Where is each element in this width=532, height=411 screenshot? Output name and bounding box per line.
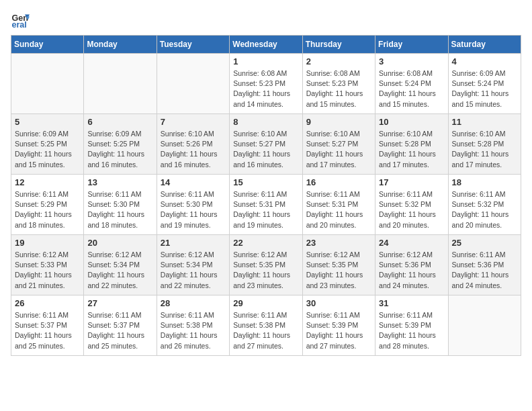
calendar-cell: 1Sunrise: 6:08 AMSunset: 5:23 PMDaylight… <box>230 54 302 114</box>
week-row-4: 19Sunrise: 6:12 AMSunset: 5:33 PMDayligh… <box>11 235 521 295</box>
calendar-cell <box>448 295 521 356</box>
column-header-tuesday: Tuesday <box>157 36 229 54</box>
calendar-cell: 25Sunrise: 6:11 AMSunset: 5:36 PMDayligh… <box>448 235 521 295</box>
day-number: 16 <box>306 177 371 187</box>
column-header-thursday: Thursday <box>302 36 375 54</box>
day-number: 30 <box>306 298 371 308</box>
day-info: Sunrise: 6:11 AMSunset: 5:39 PMDaylight:… <box>306 310 371 351</box>
day-info: Sunrise: 6:10 AMSunset: 5:27 PMDaylight:… <box>233 129 298 170</box>
day-number: 4 <box>452 56 517 66</box>
day-number: 2 <box>306 56 371 66</box>
day-info: Sunrise: 6:10 AMSunset: 5:28 PMDaylight:… <box>379 129 444 170</box>
day-info: Sunrise: 6:09 AMSunset: 5:25 PMDaylight:… <box>87 129 152 170</box>
day-number: 19 <box>15 238 80 248</box>
svg-text:eral: eral <box>11 20 26 30</box>
day-number: 21 <box>161 238 226 248</box>
calendar-cell: 10Sunrise: 6:10 AMSunset: 5:28 PMDayligh… <box>375 114 448 175</box>
calendar-cell <box>157 54 229 114</box>
calendar-cell: 6Sunrise: 6:09 AMSunset: 5:25 PMDaylight… <box>84 114 157 175</box>
day-number: 17 <box>379 177 444 187</box>
day-number: 13 <box>87 177 152 187</box>
calendar-cell: 2Sunrise: 6:08 AMSunset: 5:23 PMDaylight… <box>302 54 375 114</box>
calendar-cell: 5Sunrise: 6:09 AMSunset: 5:25 PMDaylight… <box>11 114 84 175</box>
calendar-header-row: SundayMondayTuesdayWednesdayThursdayFrid… <box>11 36 521 54</box>
day-number: 28 <box>161 298 226 308</box>
day-info: Sunrise: 6:11 AMSunset: 5:30 PMDaylight:… <box>87 189 152 230</box>
day-info: Sunrise: 6:11 AMSunset: 5:36 PMDaylight:… <box>452 250 517 291</box>
day-info: Sunrise: 6:12 AMSunset: 5:34 PMDaylight:… <box>161 250 226 291</box>
day-info: Sunrise: 6:11 AMSunset: 5:30 PMDaylight:… <box>161 189 226 230</box>
day-number: 6 <box>87 117 152 127</box>
day-number: 18 <box>452 177 517 187</box>
day-info: Sunrise: 6:12 AMSunset: 5:35 PMDaylight:… <box>233 250 298 291</box>
day-info: Sunrise: 6:11 AMSunset: 5:38 PMDaylight:… <box>233 310 298 351</box>
week-row-1: 1Sunrise: 6:08 AMSunset: 5:23 PMDaylight… <box>11 54 521 114</box>
day-info: Sunrise: 6:10 AMSunset: 5:27 PMDaylight:… <box>306 129 371 170</box>
day-info: Sunrise: 6:11 AMSunset: 5:39 PMDaylight:… <box>379 310 444 351</box>
day-number: 11 <box>452 117 517 127</box>
day-number: 7 <box>161 117 226 127</box>
calendar-cell <box>11 54 84 114</box>
day-number: 12 <box>15 177 80 187</box>
calendar-cell: 8Sunrise: 6:10 AMSunset: 5:27 PMDaylight… <box>230 114 302 175</box>
day-info: Sunrise: 6:12 AMSunset: 5:33 PMDaylight:… <box>15 250 80 291</box>
day-info: Sunrise: 6:08 AMSunset: 5:23 PMDaylight:… <box>233 68 298 109</box>
calendar-cell: 28Sunrise: 6:11 AMSunset: 5:38 PMDayligh… <box>157 295 229 356</box>
column-header-wednesday: Wednesday <box>230 36 302 54</box>
logo-icon: Gen eral <box>11 11 30 30</box>
calendar-cell: 20Sunrise: 6:12 AMSunset: 5:34 PMDayligh… <box>84 235 157 295</box>
column-header-saturday: Saturday <box>448 36 521 54</box>
calendar-cell: 21Sunrise: 6:12 AMSunset: 5:34 PMDayligh… <box>157 235 229 295</box>
day-number: 26 <box>15 298 80 308</box>
calendar-cell: 24Sunrise: 6:12 AMSunset: 5:36 PMDayligh… <box>375 235 448 295</box>
calendar-cell: 23Sunrise: 6:12 AMSunset: 5:35 PMDayligh… <box>302 235 375 295</box>
day-number: 22 <box>233 238 298 248</box>
calendar-cell: 26Sunrise: 6:11 AMSunset: 5:37 PMDayligh… <box>11 295 84 356</box>
day-number: 9 <box>306 117 371 127</box>
day-number: 15 <box>233 177 298 187</box>
day-number: 23 <box>306 238 371 248</box>
calendar-cell: 4Sunrise: 6:09 AMSunset: 5:24 PMDaylight… <box>448 54 521 114</box>
calendar-cell: 15Sunrise: 6:11 AMSunset: 5:31 PMDayligh… <box>230 175 302 235</box>
calendar-cell: 13Sunrise: 6:11 AMSunset: 5:30 PMDayligh… <box>84 175 157 235</box>
day-number: 29 <box>233 298 298 308</box>
day-number: 8 <box>233 117 298 127</box>
header: Gen eral <box>11 11 521 30</box>
day-info: Sunrise: 6:10 AMSunset: 5:26 PMDaylight:… <box>161 129 226 170</box>
calendar-cell: 16Sunrise: 6:11 AMSunset: 5:31 PMDayligh… <box>302 175 375 235</box>
day-info: Sunrise: 6:11 AMSunset: 5:32 PMDaylight:… <box>452 189 517 230</box>
calendar-cell <box>84 54 157 114</box>
day-number: 5 <box>15 117 80 127</box>
calendar-cell: 18Sunrise: 6:11 AMSunset: 5:32 PMDayligh… <box>448 175 521 235</box>
day-number: 24 <box>379 238 444 248</box>
day-number: 3 <box>379 56 444 66</box>
day-number: 31 <box>379 298 444 308</box>
column-header-friday: Friday <box>375 36 448 54</box>
day-info: Sunrise: 6:08 AMSunset: 5:23 PMDaylight:… <box>306 68 371 109</box>
calendar-cell: 27Sunrise: 6:11 AMSunset: 5:37 PMDayligh… <box>84 295 157 356</box>
day-info: Sunrise: 6:11 AMSunset: 5:37 PMDaylight:… <box>87 310 152 351</box>
week-row-3: 12Sunrise: 6:11 AMSunset: 5:29 PMDayligh… <box>11 175 521 235</box>
day-info: Sunrise: 6:11 AMSunset: 5:37 PMDaylight:… <box>15 310 80 351</box>
day-info: Sunrise: 6:11 AMSunset: 5:31 PMDaylight:… <box>233 189 298 230</box>
day-number: 27 <box>87 298 152 308</box>
day-info: Sunrise: 6:10 AMSunset: 5:28 PMDaylight:… <box>452 129 517 170</box>
day-info: Sunrise: 6:12 AMSunset: 5:35 PMDaylight:… <box>306 250 371 291</box>
day-info: Sunrise: 6:11 AMSunset: 5:32 PMDaylight:… <box>379 189 444 230</box>
calendar-table: SundayMondayTuesdayWednesdayThursdayFrid… <box>11 35 521 356</box>
calendar-cell: 22Sunrise: 6:12 AMSunset: 5:35 PMDayligh… <box>230 235 302 295</box>
column-header-monday: Monday <box>84 36 157 54</box>
week-row-5: 26Sunrise: 6:11 AMSunset: 5:37 PMDayligh… <box>11 295 521 356</box>
day-number: 1 <box>233 56 298 66</box>
calendar-cell: 7Sunrise: 6:10 AMSunset: 5:26 PMDaylight… <box>157 114 229 175</box>
day-info: Sunrise: 6:11 AMSunset: 5:31 PMDaylight:… <box>306 189 371 230</box>
calendar-cell: 9Sunrise: 6:10 AMSunset: 5:27 PMDaylight… <box>302 114 375 175</box>
day-info: Sunrise: 6:09 AMSunset: 5:24 PMDaylight:… <box>452 68 517 109</box>
day-info: Sunrise: 6:11 AMSunset: 5:29 PMDaylight:… <box>15 189 80 230</box>
calendar-cell: 12Sunrise: 6:11 AMSunset: 5:29 PMDayligh… <box>11 175 84 235</box>
day-info: Sunrise: 6:11 AMSunset: 5:38 PMDaylight:… <box>161 310 226 351</box>
day-info: Sunrise: 6:12 AMSunset: 5:34 PMDaylight:… <box>87 250 152 291</box>
day-number: 25 <box>452 238 517 248</box>
calendar-cell: 29Sunrise: 6:11 AMSunset: 5:38 PMDayligh… <box>230 295 302 356</box>
day-info: Sunrise: 6:12 AMSunset: 5:36 PMDaylight:… <box>379 250 444 291</box>
